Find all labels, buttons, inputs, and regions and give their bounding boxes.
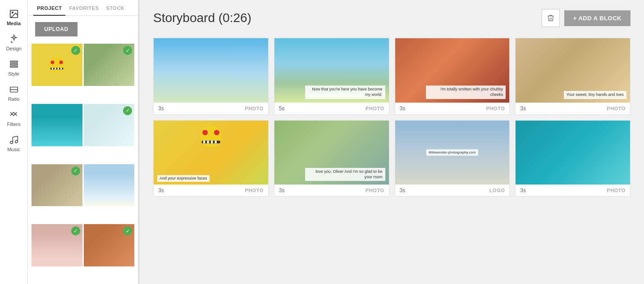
- card-footer: 3s LOGO: [395, 185, 510, 196]
- list-item[interactable]: [84, 164, 135, 207]
- card-footer: 3s PHOTO: [154, 103, 268, 114]
- tabs-row: PROJECT FAVORITES STOCK: [28, 0, 138, 16]
- card-overlay-text: i'm totally smitten with your chubby che…: [426, 86, 506, 99]
- tab-stock[interactable]: STOCK: [103, 0, 128, 15]
- card-overlay-text: Your sweet, tiny hands and toes: [564, 91, 626, 99]
- svg-rect-22: [207, 140, 209, 143]
- storyboard-card[interactable]: Your sweet, tiny hands and toes 3s PHOTO: [515, 38, 630, 115]
- sidebar-item-music[interactable]: Music: [0, 131, 27, 156]
- storyboard-card[interactable]: 3s PHOTO: [153, 38, 269, 115]
- svg-rect-15: [58, 68, 59, 69]
- trash-icon: [547, 14, 555, 22]
- sidebar-item-style[interactable]: Style: [0, 55, 27, 80]
- header-actions: + ADD A BLOCK: [542, 9, 630, 27]
- card-image: Your sweet, tiny hands and toes: [516, 38, 630, 103]
- storyboard-card[interactable]: And your expressive faces 3s PHOTO: [153, 120, 269, 197]
- card-footer: 3s PHOTO: [395, 103, 510, 114]
- svg-rect-3: [10, 63, 18, 65]
- check-badge: ✓: [71, 226, 80, 235]
- storyboard-card[interactable]: i'm totally smitten with your chubby che…: [395, 38, 510, 115]
- card-type: PHOTO: [607, 106, 626, 111]
- card-type: PHOTO: [365, 188, 384, 193]
- svg-point-1: [12, 12, 13, 13]
- card-footer: 3s PHOTO: [516, 103, 630, 114]
- music-icon: [9, 135, 19, 145]
- card-duration: 3s: [279, 187, 285, 194]
- icon-sidebar: Media Design Style Ratio Filters: [0, 0, 28, 284]
- svg-point-10: [51, 60, 55, 64]
- card-image: Now that you're here you have become my …: [274, 38, 389, 103]
- card-image: [154, 38, 268, 103]
- tab-project[interactable]: PROJECT: [33, 0, 65, 15]
- card-overlay-text: littlewonder-photography.com: [426, 149, 478, 156]
- card-duration: 3s: [400, 105, 406, 112]
- add-block-button[interactable]: + ADD A BLOCK: [564, 10, 630, 26]
- list-item[interactable]: ✓: [84, 104, 135, 146]
- card-footer: 3s PHOTO: [154, 185, 268, 196]
- card-footer: 5s PHOTO: [274, 103, 389, 114]
- sidebar-item-style-label: Style: [8, 71, 19, 77]
- svg-rect-16: [60, 68, 62, 69]
- sidebar-item-design-label: Design: [6, 46, 21, 51]
- upload-button[interactable]: UPLOAD: [35, 22, 78, 36]
- list-item[interactable]: ✓: [84, 44, 135, 86]
- sidebar-item-media-label: Media: [7, 21, 21, 26]
- card-type: PHOTO: [486, 106, 505, 111]
- card-footer: 3s PHOTO: [274, 185, 389, 196]
- card-duration: 3s: [520, 187, 526, 194]
- tab-favorites[interactable]: FAVORITES: [65, 0, 102, 15]
- check-badge: ✓: [123, 106, 132, 115]
- storyboard-card[interactable]: love you, Oliver And I'm so glad to be y…: [274, 120, 389, 197]
- storyboard-card[interactable]: littlewonder-photography.com 3s LOGO: [395, 120, 510, 197]
- check-badge: ✓: [123, 46, 132, 55]
- card-duration: 5s: [279, 105, 285, 112]
- storyboard-header: Storyboard (0:26) + ADD A BLOCK: [153, 9, 630, 27]
- media-icon: [9, 9, 19, 19]
- list-item[interactable]: ✓: [32, 224, 82, 266]
- list-item[interactable]: ✓: [84, 224, 135, 266]
- media-grid: ✓ ✓ ✓ ✓ ✓ ✓: [28, 43, 138, 284]
- sidebar-item-design[interactable]: Design: [0, 30, 27, 55]
- card-duration: 3s: [158, 105, 164, 112]
- check-badge: ✓: [71, 46, 80, 55]
- svg-rect-21: [203, 140, 205, 143]
- card-image: And your expressive faces: [154, 121, 268, 185]
- svg-point-8: [15, 140, 18, 143]
- list-item[interactable]: ✓: [32, 44, 82, 86]
- card-image: littlewonder-photography.com: [395, 121, 510, 185]
- style-icon: [9, 59, 19, 69]
- sidebar-item-filters[interactable]: Filters: [0, 105, 27, 131]
- card-image: love you, Oliver And I'm so glad to be y…: [274, 121, 389, 185]
- filters-icon: [9, 110, 19, 120]
- storyboard-card[interactable]: Now that you're here you have become my …: [274, 38, 389, 115]
- sidebar-item-filters-label: Filters: [7, 122, 21, 127]
- svg-point-17: [200, 126, 222, 147]
- left-panel: PROJECT FAVORITES STOCK UPLOAD ✓ ✓ ✓ ✓: [28, 0, 138, 284]
- design-icon: [9, 34, 19, 44]
- ratio-icon: [9, 85, 19, 95]
- storyboard-card[interactable]: 3s PHOTO: [515, 120, 630, 197]
- card-overlay-text: Now that you're here you have become my …: [305, 86, 385, 99]
- card-overlay-text: love you, Oliver And I'm so glad to be y…: [305, 168, 385, 181]
- list-item[interactable]: ✓: [32, 164, 82, 207]
- card-type: LOGO: [489, 188, 505, 193]
- card-type: PHOTO: [607, 188, 626, 193]
- sidebar-item-ratio[interactable]: Ratio: [0, 80, 27, 105]
- svg-point-19: [214, 130, 219, 135]
- sidebar-item-media[interactable]: Media: [0, 5, 27, 30]
- upload-area: UPLOAD: [28, 16, 138, 43]
- list-item[interactable]: [32, 104, 82, 146]
- card-image: [516, 121, 630, 185]
- check-badge: ✓: [71, 167, 80, 176]
- svg-point-18: [202, 130, 208, 135]
- svg-rect-24: [215, 140, 216, 143]
- svg-rect-23: [211, 140, 213, 143]
- svg-point-9: [49, 57, 65, 72]
- svg-rect-14: [55, 68, 56, 69]
- delete-button[interactable]: [542, 9, 560, 27]
- card-duration: 3s: [520, 105, 526, 112]
- main-content: Storyboard (0:26) + ADD A BLOCK 3s PHOTO: [140, 0, 644, 284]
- sidebar-item-music-label: Music: [7, 147, 20, 152]
- svg-rect-13: [52, 68, 53, 69]
- sidebar-item-ratio-label: Ratio: [8, 96, 20, 102]
